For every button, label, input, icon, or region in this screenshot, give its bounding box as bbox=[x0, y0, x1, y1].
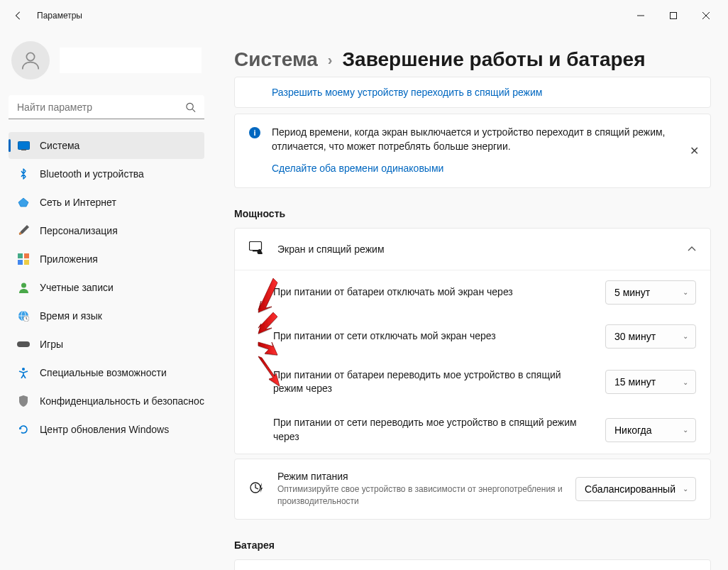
nav-label: Учетные записи bbox=[40, 282, 114, 293]
nav-label: Время и язык bbox=[40, 310, 102, 322]
setting-battery-screen-off: При питании от батареи отключать мой экр… bbox=[235, 270, 710, 314]
screen-sleep-expander: Экран и спящий режим При питании от бата… bbox=[234, 228, 711, 454]
update-icon bbox=[17, 423, 30, 436]
info-icon: i bbox=[249, 127, 260, 138]
profile-block[interactable] bbox=[9, 31, 204, 92]
svg-rect-1 bbox=[671, 13, 677, 19]
power-mode-title: Режим питания bbox=[277, 471, 563, 482]
nav-list: Система Bluetooth и устройства Сеть и Ин… bbox=[9, 132, 204, 443]
svg-rect-6 bbox=[21, 149, 26, 150]
nav-personalization[interactable]: Персонализация bbox=[9, 217, 204, 244]
setting-plugged-sleep: При питании от сети переводить мое устро… bbox=[235, 406, 710, 454]
dropdown-plugged-sleep[interactable]: Никогда ⌄ bbox=[605, 418, 696, 442]
globe-icon bbox=[17, 309, 30, 322]
chevron-down-icon: ⌄ bbox=[683, 288, 688, 296]
nav-update[interactable]: Центр обновления Windows bbox=[9, 416, 204, 443]
nav-accounts[interactable]: Учетные записи bbox=[9, 274, 204, 301]
nav-time[interactable]: Время и язык bbox=[9, 302, 204, 329]
setting-label: При питании от батареи отключать мой экр… bbox=[273, 285, 591, 300]
system-icon bbox=[17, 139, 30, 152]
window-title: Параметры bbox=[37, 11, 82, 21]
apps-icon bbox=[17, 253, 30, 265]
battery-saver-card[interactable]: Экономия заряда Продлите время работы ба… bbox=[234, 559, 711, 570]
dropdown-plugged-screen[interactable]: 30 минут ⌄ bbox=[605, 324, 696, 349]
search-box[interactable] bbox=[9, 95, 204, 119]
bluetooth-icon bbox=[17, 168, 30, 180]
paintbrush-icon bbox=[17, 224, 30, 237]
setting-plugged-screen-off: При питании от сети отключать мой экран … bbox=[235, 314, 710, 358]
info-text: Период времени, когда экран выключается … bbox=[272, 126, 696, 176]
svg-point-18 bbox=[22, 368, 25, 371]
nav-games[interactable]: Игры bbox=[9, 331, 204, 358]
section-battery: Батарея bbox=[234, 539, 711, 551]
profile-info bbox=[60, 48, 202, 73]
power-mode-card[interactable]: Режим питания Оптимизируйте свое устройс… bbox=[234, 459, 711, 520]
dropdown-power-mode[interactable]: Сбалансированный ⌄ bbox=[575, 477, 696, 501]
breadcrumb: Система › Завершение работы и батарея bbox=[234, 31, 711, 77]
minimize-button[interactable] bbox=[624, 4, 657, 27]
svg-rect-5 bbox=[18, 141, 29, 149]
nav-label: Игры bbox=[40, 339, 63, 350]
nav-network[interactable]: Сеть и Интернет bbox=[9, 189, 204, 216]
close-icon bbox=[702, 12, 710, 19]
chevron-up-icon bbox=[688, 246, 696, 252]
svg-rect-19 bbox=[250, 241, 262, 250]
info-close-button[interactable]: ✕ bbox=[690, 144, 699, 158]
svg-rect-8 bbox=[18, 253, 23, 258]
svg-rect-11 bbox=[24, 260, 29, 265]
svg-point-12 bbox=[21, 283, 26, 288]
setting-battery-sleep: При питании от батареи переводить мое ус… bbox=[235, 358, 710, 406]
nav-label: Приложения bbox=[40, 253, 98, 265]
svg-point-7 bbox=[19, 232, 22, 235]
chevron-down-icon: ⌄ bbox=[683, 485, 688, 493]
dropdown-battery-sleep[interactable]: 15 минут ⌄ bbox=[605, 370, 696, 394]
nav-system[interactable]: Система bbox=[9, 132, 204, 159]
power-mode-icon bbox=[249, 481, 265, 497]
chevron-down-icon: ⌄ bbox=[683, 426, 688, 434]
svg-rect-17 bbox=[17, 341, 30, 347]
screen-sleep-icon bbox=[249, 241, 265, 257]
person-icon bbox=[20, 50, 41, 71]
svg-line-4 bbox=[192, 109, 195, 112]
maximize-button[interactable] bbox=[657, 4, 690, 27]
arrow-left-icon bbox=[13, 11, 23, 21]
back-button[interactable] bbox=[6, 3, 31, 28]
settings-body: При питании от батареи отключать мой экр… bbox=[235, 270, 710, 454]
close-button[interactable] bbox=[690, 4, 722, 27]
network-icon bbox=[17, 196, 30, 209]
avatar bbox=[11, 41, 50, 80]
allow-sleep-card: Разрешить моему устройству переходить в … bbox=[234, 77, 711, 108]
chevron-right-icon: › bbox=[328, 52, 333, 68]
nav-accessibility[interactable]: Специальные возможности bbox=[9, 359, 204, 386]
expander-title: Экран и спящий режим bbox=[277, 243, 675, 255]
setting-label: При питании от сети отключать мой экран … bbox=[273, 329, 591, 344]
shield-icon bbox=[17, 395, 30, 407]
main-content: Система › Завершение работы и батарея Ра… bbox=[213, 31, 728, 570]
dropdown-battery-screen[interactable]: 5 минут ⌄ bbox=[605, 280, 696, 305]
nav-bluetooth[interactable]: Bluetooth и устройства bbox=[9, 160, 204, 187]
minimize-icon bbox=[637, 12, 644, 19]
section-power: Мощность bbox=[234, 208, 711, 219]
setting-label: При питании от батареи переводить мое ус… bbox=[273, 368, 591, 396]
svg-rect-9 bbox=[24, 253, 29, 258]
nav-label: Сеть и Интернет bbox=[40, 197, 116, 208]
nav-label: Персонализация bbox=[40, 225, 118, 236]
nav-label: Конфиденциальность и безопасность bbox=[40, 395, 204, 407]
nav-privacy[interactable]: Конфиденциальность и безопасность bbox=[9, 388, 204, 415]
maximize-icon bbox=[670, 12, 677, 19]
nav-label: Центр обновления Windows bbox=[40, 424, 169, 435]
nav-apps[interactable]: Приложения bbox=[9, 246, 204, 273]
chevron-down-icon: ⌄ bbox=[683, 332, 688, 340]
expander-header[interactable]: Экран и спящий режим bbox=[235, 229, 710, 270]
nav-label: Система bbox=[40, 140, 79, 151]
allow-sleep-link[interactable]: Разрешить моему устройству переходить в … bbox=[272, 87, 542, 98]
setting-label: При питании от сети переводить мое устро… bbox=[273, 416, 591, 444]
chevron-down-icon: ⌄ bbox=[683, 378, 688, 386]
breadcrumb-root[interactable]: Система bbox=[234, 48, 318, 71]
search-input[interactable] bbox=[9, 95, 204, 119]
svg-point-3 bbox=[187, 103, 193, 109]
gamepad-icon bbox=[17, 338, 30, 351]
info-action-link[interactable]: Сделайте оба времени одинаковыми bbox=[272, 162, 443, 176]
accounts-icon bbox=[17, 281, 30, 294]
sidebar: Система Bluetooth и устройства Сеть и Ин… bbox=[0, 31, 213, 570]
